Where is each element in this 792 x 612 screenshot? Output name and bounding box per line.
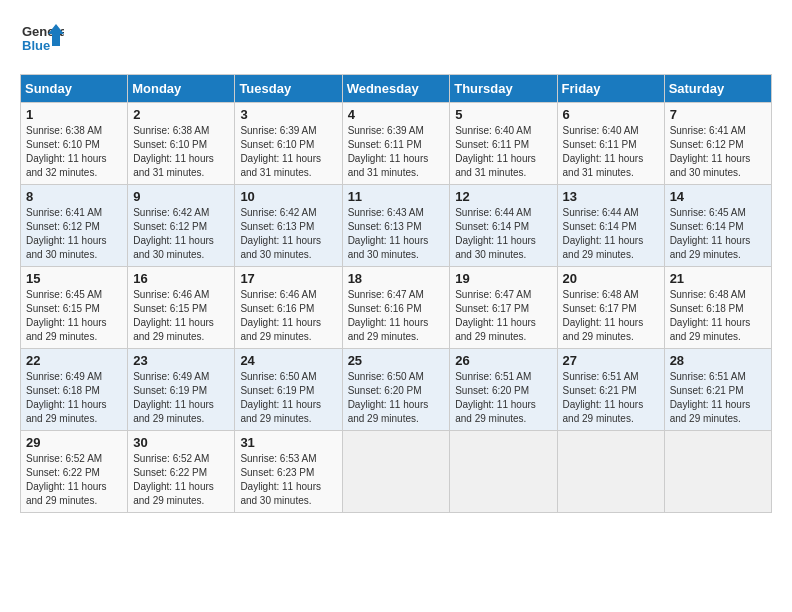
day-number: 27 <box>563 353 659 368</box>
calendar-cell: 16 Sunrise: 6:46 AM Sunset: 6:15 PM Dayl… <box>128 267 235 349</box>
day-number: 7 <box>670 107 766 122</box>
calendar-header-saturday: Saturday <box>664 75 771 103</box>
day-number: 2 <box>133 107 229 122</box>
day-info: Sunrise: 6:51 AM Sunset: 6:21 PM Dayligh… <box>670 370 766 426</box>
calendar-cell: 17 Sunrise: 6:46 AM Sunset: 6:16 PM Dayl… <box>235 267 342 349</box>
calendar-cell: 23 Sunrise: 6:49 AM Sunset: 6:19 PM Dayl… <box>128 349 235 431</box>
day-number: 29 <box>26 435 122 450</box>
calendar-cell: 11 Sunrise: 6:43 AM Sunset: 6:13 PM Dayl… <box>342 185 450 267</box>
day-number: 25 <box>348 353 445 368</box>
calendar-week-row: 22 Sunrise: 6:49 AM Sunset: 6:18 PM Dayl… <box>21 349 772 431</box>
day-number: 4 <box>348 107 445 122</box>
calendar-cell: 2 Sunrise: 6:38 AM Sunset: 6:10 PM Dayli… <box>128 103 235 185</box>
day-info: Sunrise: 6:46 AM Sunset: 6:15 PM Dayligh… <box>133 288 229 344</box>
day-info: Sunrise: 6:49 AM Sunset: 6:19 PM Dayligh… <box>133 370 229 426</box>
calendar-cell: 1 Sunrise: 6:38 AM Sunset: 6:10 PM Dayli… <box>21 103 128 185</box>
calendar-cell: 21 Sunrise: 6:48 AM Sunset: 6:18 PM Dayl… <box>664 267 771 349</box>
day-info: Sunrise: 6:45 AM Sunset: 6:14 PM Dayligh… <box>670 206 766 262</box>
calendar-cell: 28 Sunrise: 6:51 AM Sunset: 6:21 PM Dayl… <box>664 349 771 431</box>
calendar-cell: 29 Sunrise: 6:52 AM Sunset: 6:22 PM Dayl… <box>21 431 128 513</box>
day-info: Sunrise: 6:41 AM Sunset: 6:12 PM Dayligh… <box>670 124 766 180</box>
calendar-header-thursday: Thursday <box>450 75 557 103</box>
calendar-cell: 4 Sunrise: 6:39 AM Sunset: 6:11 PM Dayli… <box>342 103 450 185</box>
calendar-cell: 25 Sunrise: 6:50 AM Sunset: 6:20 PM Dayl… <box>342 349 450 431</box>
calendar-week-row: 29 Sunrise: 6:52 AM Sunset: 6:22 PM Dayl… <box>21 431 772 513</box>
day-number: 1 <box>26 107 122 122</box>
day-info: Sunrise: 6:48 AM Sunset: 6:17 PM Dayligh… <box>563 288 659 344</box>
svg-text:Blue: Blue <box>22 38 50 53</box>
calendar-cell: 31 Sunrise: 6:53 AM Sunset: 6:23 PM Dayl… <box>235 431 342 513</box>
page-header: General Blue <box>20 20 772 64</box>
day-info: Sunrise: 6:50 AM Sunset: 6:20 PM Dayligh… <box>348 370 445 426</box>
day-number: 9 <box>133 189 229 204</box>
day-number: 23 <box>133 353 229 368</box>
calendar-cell: 6 Sunrise: 6:40 AM Sunset: 6:11 PM Dayli… <box>557 103 664 185</box>
calendar-cell: 5 Sunrise: 6:40 AM Sunset: 6:11 PM Dayli… <box>450 103 557 185</box>
day-number: 31 <box>240 435 336 450</box>
calendar-cell: 7 Sunrise: 6:41 AM Sunset: 6:12 PM Dayli… <box>664 103 771 185</box>
day-number: 6 <box>563 107 659 122</box>
calendar-week-row: 1 Sunrise: 6:38 AM Sunset: 6:10 PM Dayli… <box>21 103 772 185</box>
calendar-header-wednesday: Wednesday <box>342 75 450 103</box>
calendar-cell: 20 Sunrise: 6:48 AM Sunset: 6:17 PM Dayl… <box>557 267 664 349</box>
day-number: 19 <box>455 271 551 286</box>
day-info: Sunrise: 6:42 AM Sunset: 6:13 PM Dayligh… <box>240 206 336 262</box>
calendar-cell: 26 Sunrise: 6:51 AM Sunset: 6:20 PM Dayl… <box>450 349 557 431</box>
calendar-header-row: SundayMondayTuesdayWednesdayThursdayFrid… <box>21 75 772 103</box>
day-info: Sunrise: 6:38 AM Sunset: 6:10 PM Dayligh… <box>26 124 122 180</box>
day-number: 3 <box>240 107 336 122</box>
day-info: Sunrise: 6:52 AM Sunset: 6:22 PM Dayligh… <box>133 452 229 508</box>
calendar-header-monday: Monday <box>128 75 235 103</box>
calendar-header-tuesday: Tuesday <box>235 75 342 103</box>
calendar-cell: 19 Sunrise: 6:47 AM Sunset: 6:17 PM Dayl… <box>450 267 557 349</box>
day-number: 12 <box>455 189 551 204</box>
day-info: Sunrise: 6:39 AM Sunset: 6:11 PM Dayligh… <box>348 124 445 180</box>
calendar-cell <box>664 431 771 513</box>
day-info: Sunrise: 6:43 AM Sunset: 6:13 PM Dayligh… <box>348 206 445 262</box>
calendar-cell: 9 Sunrise: 6:42 AM Sunset: 6:12 PM Dayli… <box>128 185 235 267</box>
day-number: 15 <box>26 271 122 286</box>
day-info: Sunrise: 6:44 AM Sunset: 6:14 PM Dayligh… <box>563 206 659 262</box>
calendar-cell: 14 Sunrise: 6:45 AM Sunset: 6:14 PM Dayl… <box>664 185 771 267</box>
calendar-cell: 30 Sunrise: 6:52 AM Sunset: 6:22 PM Dayl… <box>128 431 235 513</box>
day-number: 11 <box>348 189 445 204</box>
logo-svg: General Blue <box>20 20 64 64</box>
calendar-cell: 18 Sunrise: 6:47 AM Sunset: 6:16 PM Dayl… <box>342 267 450 349</box>
day-number: 13 <box>563 189 659 204</box>
day-number: 30 <box>133 435 229 450</box>
day-info: Sunrise: 6:40 AM Sunset: 6:11 PM Dayligh… <box>563 124 659 180</box>
calendar-header-sunday: Sunday <box>21 75 128 103</box>
calendar-week-row: 8 Sunrise: 6:41 AM Sunset: 6:12 PM Dayli… <box>21 185 772 267</box>
day-number: 17 <box>240 271 336 286</box>
day-info: Sunrise: 6:47 AM Sunset: 6:16 PM Dayligh… <box>348 288 445 344</box>
day-number: 20 <box>563 271 659 286</box>
day-info: Sunrise: 6:48 AM Sunset: 6:18 PM Dayligh… <box>670 288 766 344</box>
calendar-cell: 3 Sunrise: 6:39 AM Sunset: 6:10 PM Dayli… <box>235 103 342 185</box>
day-info: Sunrise: 6:46 AM Sunset: 6:16 PM Dayligh… <box>240 288 336 344</box>
day-number: 22 <box>26 353 122 368</box>
day-number: 8 <box>26 189 122 204</box>
day-number: 21 <box>670 271 766 286</box>
day-number: 26 <box>455 353 551 368</box>
calendar-cell: 13 Sunrise: 6:44 AM Sunset: 6:14 PM Dayl… <box>557 185 664 267</box>
calendar-cell: 22 Sunrise: 6:49 AM Sunset: 6:18 PM Dayl… <box>21 349 128 431</box>
day-number: 28 <box>670 353 766 368</box>
calendar-cell <box>450 431 557 513</box>
day-info: Sunrise: 6:47 AM Sunset: 6:17 PM Dayligh… <box>455 288 551 344</box>
calendar-cell: 27 Sunrise: 6:51 AM Sunset: 6:21 PM Dayl… <box>557 349 664 431</box>
day-info: Sunrise: 6:42 AM Sunset: 6:12 PM Dayligh… <box>133 206 229 262</box>
day-info: Sunrise: 6:49 AM Sunset: 6:18 PM Dayligh… <box>26 370 122 426</box>
calendar-cell: 12 Sunrise: 6:44 AM Sunset: 6:14 PM Dayl… <box>450 185 557 267</box>
calendar-cell <box>557 431 664 513</box>
day-number: 10 <box>240 189 336 204</box>
day-number: 16 <box>133 271 229 286</box>
calendar-cell: 8 Sunrise: 6:41 AM Sunset: 6:12 PM Dayli… <box>21 185 128 267</box>
calendar-cell: 24 Sunrise: 6:50 AM Sunset: 6:19 PM Dayl… <box>235 349 342 431</box>
calendar-cell: 10 Sunrise: 6:42 AM Sunset: 6:13 PM Dayl… <box>235 185 342 267</box>
logo: General Blue <box>20 20 64 64</box>
day-info: Sunrise: 6:39 AM Sunset: 6:10 PM Dayligh… <box>240 124 336 180</box>
calendar-table: SundayMondayTuesdayWednesdayThursdayFrid… <box>20 74 772 513</box>
day-number: 5 <box>455 107 551 122</box>
day-info: Sunrise: 6:44 AM Sunset: 6:14 PM Dayligh… <box>455 206 551 262</box>
day-info: Sunrise: 6:50 AM Sunset: 6:19 PM Dayligh… <box>240 370 336 426</box>
